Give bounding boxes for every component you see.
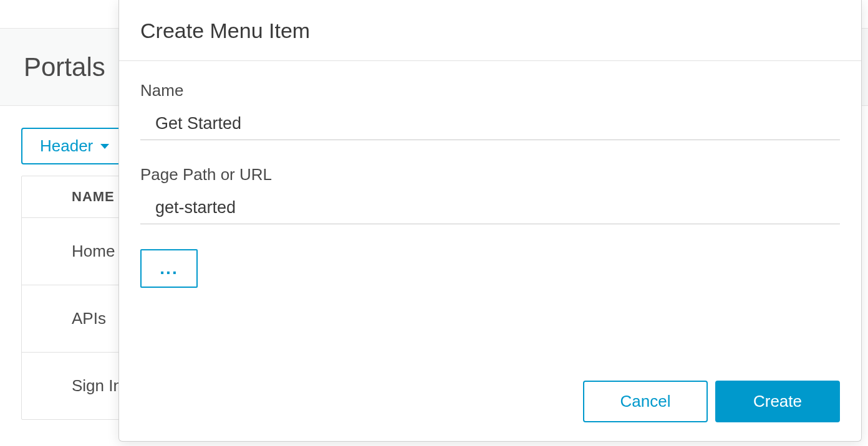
header-dropdown[interactable]: Header (21, 128, 128, 164)
modal-title: Create Menu Item (140, 19, 840, 43)
name-label: Name (140, 81, 840, 100)
row-name: APIs (72, 309, 106, 328)
path-label: Page Path or URL (140, 165, 840, 184)
create-button[interactable]: Create (715, 381, 840, 422)
chevron-down-icon (100, 144, 109, 149)
path-input[interactable] (140, 192, 840, 224)
path-field-group: Page Path or URL (140, 165, 840, 224)
more-options-button[interactable]: ... (140, 249, 198, 288)
name-field-group: Name (140, 81, 840, 140)
divider (119, 60, 861, 61)
create-menu-item-modal: Create Menu Item Name Page Path or URL .… (118, 0, 862, 442)
header-dropdown-label: Header (40, 136, 93, 156)
cancel-button[interactable]: Cancel (583, 381, 708, 422)
page-title: Portals (24, 52, 105, 82)
row-name: Sign In (72, 376, 122, 395)
name-input[interactable] (140, 108, 840, 140)
ellipsis-icon: ... (160, 259, 178, 278)
modal-actions: Cancel Create (140, 362, 840, 422)
row-name: Home (72, 242, 115, 260)
